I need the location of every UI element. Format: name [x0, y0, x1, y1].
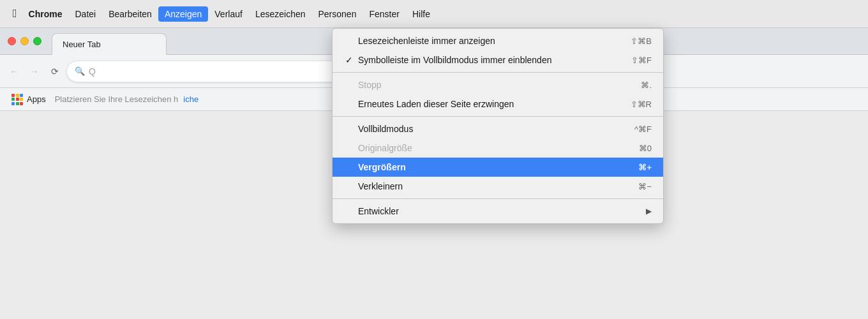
- apple-menu[interactable]: : [8, 4, 22, 23]
- shortcut-verkleinern: ⌘−: [638, 182, 652, 191]
- menu-item-left-vollbildmodus: Vollbildmodus: [344, 124, 413, 134]
- menubar:  Chrome Datei Bearbeiten Anzeigen Verla…: [0, 0, 868, 28]
- menu-item-vollbildmodus[interactable]: Vollbildmodus^⌘F: [333, 119, 663, 138]
- menu-label-originalgroesse: Originalgröße: [358, 143, 412, 153]
- menu-label-vergroessern: Vergrößern: [358, 162, 406, 172]
- menu-item-verkleinern[interactable]: Verkleinern⌘−: [333, 177, 663, 196]
- menu-label-lesezeichenleiste: Lesezeichenleiste immer anzeigen: [358, 36, 495, 46]
- checkmark-symbolleiste: ✓: [344, 55, 354, 65]
- menu-label-verkleinern: Verkleinern: [358, 181, 403, 191]
- anzeigen-dropdown: Lesezeichenleiste immer anzeigen⇧⌘B✓Symb…: [332, 28, 664, 224]
- shortcut-originalgroesse: ⌘0: [639, 144, 652, 153]
- shortcut-lesezeichenleiste: ⇧⌘B: [631, 36, 652, 46]
- shortcut-erneutes-laden: ⇧⌘R: [631, 100, 652, 109]
- shortcut-vollbildmodus: ^⌘F: [634, 124, 652, 134]
- menubar-personen[interactable]: Personen: [312, 6, 363, 22]
- submenu-arrow-entwickler: ▶: [646, 207, 652, 216]
- menu-item-erneutes-laden[interactable]: Erneutes Laden dieser Seite erzwingen⇧⌘R: [333, 94, 663, 114]
- menu-label-entwickler: Entwickler: [358, 206, 399, 216]
- menu-item-originalgroesse: Originalgröße⌘0: [333, 138, 663, 158]
- menu-item-left-stopp: Stopp: [344, 80, 382, 90]
- menu-item-left-symbolleiste: ✓Symbolleiste im Vollbildmodus immer ein…: [344, 55, 551, 65]
- menubar-lesezeichen[interactable]: Lesezeichen: [249, 6, 312, 22]
- menu-item-vergroessern[interactable]: Vergrößern⌘+: [333, 158, 663, 177]
- menu-label-stopp: Stopp: [358, 80, 382, 90]
- menu-item-symbolleiste[interactable]: ✓Symbolleiste im Vollbildmodus immer ein…: [333, 50, 663, 70]
- menu-divider: [333, 72, 663, 73]
- menubar-anzeigen[interactable]: Anzeigen: [158, 6, 208, 22]
- menu-item-stopp: Stopp⌘.: [333, 75, 663, 94]
- menubar-fenster[interactable]: Fenster: [363, 6, 405, 22]
- menu-item-left-erneutes-laden: Erneutes Laden dieser Seite erzwingen: [344, 99, 514, 109]
- menubar-hilfe[interactable]: Hilfe: [406, 6, 437, 22]
- menubar-verlauf[interactable]: Verlauf: [208, 6, 249, 22]
- menubar-chrome[interactable]: Chrome: [22, 6, 69, 22]
- menubar-bearbeiten[interactable]: Bearbeiten: [102, 6, 158, 22]
- menubar-datei[interactable]: Datei: [68, 6, 102, 22]
- shortcut-stopp: ⌘.: [641, 80, 652, 90]
- menu-divider: [333, 198, 663, 199]
- menu-label-erneutes-laden: Erneutes Laden dieser Seite erzwingen: [358, 99, 514, 109]
- dropdown-overlay: Lesezeichenleiste immer anzeigen⇧⌘B✓Symb…: [0, 28, 868, 319]
- menu-divider: [333, 116, 663, 117]
- menu-item-left-originalgroesse: Originalgröße: [344, 143, 412, 153]
- shortcut-vergroessern: ⌘+: [638, 163, 652, 172]
- menu-item-left-vergroessern: Vergrößern: [344, 162, 406, 172]
- menu-item-lesezeichenleiste[interactable]: Lesezeichenleiste immer anzeigen⇧⌘B: [333, 31, 663, 50]
- menu-label-symbolleiste: Symbolleiste im Vollbildmodus immer einb…: [358, 55, 551, 65]
- menu-label-vollbildmodus: Vollbildmodus: [358, 124, 413, 134]
- menu-item-entwickler[interactable]: Entwickler▶: [333, 202, 663, 221]
- menu-item-left-entwickler: Entwickler: [344, 206, 399, 216]
- menu-item-left-lesezeichenleiste: Lesezeichenleiste immer anzeigen: [344, 36, 495, 46]
- menu-item-left-verkleinern: Verkleinern: [344, 181, 403, 191]
- shortcut-symbolleiste: ⇧⌘F: [631, 56, 652, 65]
